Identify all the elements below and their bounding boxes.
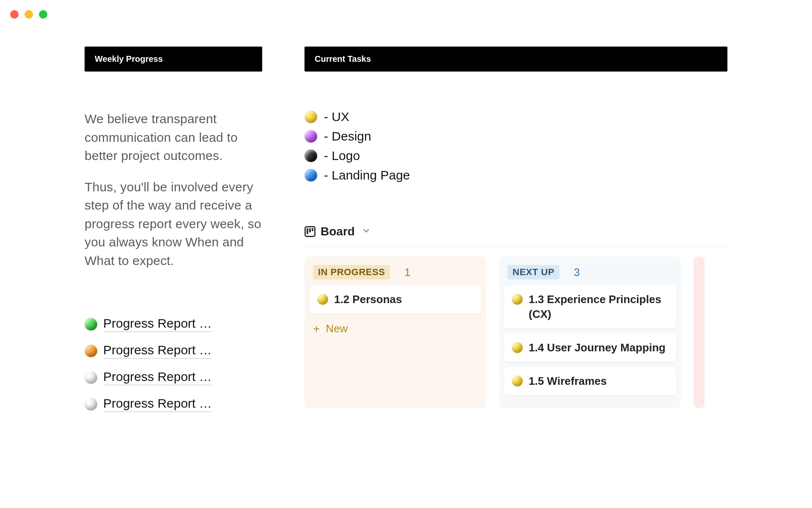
card-title: 1.2 Personas [334,292,402,307]
legend-item: - Logo [304,149,727,163]
legend-item: - Landing Page [304,168,727,182]
task-card[interactable]: 1.4 User Journey Mapping [504,334,676,362]
board-view-selector[interactable]: Board [304,225,727,246]
status-ball-icon [85,371,97,384]
list-item[interactable]: Progress Report … [85,370,262,385]
card-title: 1.3 Experience Principles (CX) [529,292,668,322]
card-ball-icon [317,294,328,305]
close-icon[interactable] [10,10,19,19]
task-card[interactable]: 1.5 Wireframes [504,367,676,395]
report-label: Progress Report … [103,396,212,412]
card-ball-icon [512,375,523,387]
current-tasks-header: Current Tasks [304,47,727,72]
column-tag: IN PROGRESS [313,265,390,279]
column-tag: NEXT UP [508,265,560,279]
column-count: 3 [574,266,580,279]
card-title: 1.5 Wireframes [529,374,607,389]
intro-paragraph-1: We believe transparent communication can… [85,110,262,165]
status-ball-icon [85,398,97,411]
report-label: Progress Report … [103,316,212,332]
legend-item: - UX [304,110,727,124]
board-view-label: Board [321,225,355,238]
column-count: 1 [404,266,410,279]
weekly-progress-header: Weekly Progress [85,47,262,72]
report-label: Progress Report … [103,343,212,359]
legend-item: - Design [304,129,727,144]
card-ball-icon [512,342,523,353]
column-header: NEXT UP 3 [504,262,676,285]
kanban-column-peek [694,257,705,408]
intro-text: We believe transparent communication can… [85,110,262,270]
kanban-column-in-progress: IN PROGRESS 1 1.2 Personas + New [304,257,486,408]
zoom-icon[interactable] [39,10,47,19]
list-item[interactable]: Progress Report … [85,343,262,359]
legend-ball-icon [304,169,317,182]
legend-ball-icon [304,110,317,123]
legend-label: - UX [324,110,349,124]
kanban-column-next-up: NEXT UP 3 1.3 Experience Principles (CX)… [499,257,681,408]
status-ball-icon [85,345,97,357]
task-card[interactable]: 1.3 Experience Principles (CX) [504,285,676,329]
legend-label: - Design [324,129,371,144]
new-card-button[interactable]: + New [310,319,481,339]
list-item[interactable]: Progress Report … [85,316,262,332]
minimize-icon[interactable] [25,10,33,19]
card-ball-icon [512,294,523,305]
task-legend: - UX - Design - Logo - Landing Page [304,110,727,182]
new-card-label: New [326,322,348,335]
progress-reports-list: Progress Report … Progress Report … Prog… [85,316,262,412]
status-ball-icon [85,318,97,331]
kanban-board: IN PROGRESS 1 1.2 Personas + New NEXT UP… [304,257,727,408]
column-header: IN PROGRESS 1 [310,262,481,285]
intro-paragraph-2: Thus, you'll be involved every step of t… [85,178,262,270]
task-card[interactable]: 1.2 Personas [310,285,481,314]
window-traffic-lights [10,10,47,19]
legend-ball-icon [304,130,317,143]
legend-ball-icon [304,149,317,162]
list-item[interactable]: Progress Report … [85,396,262,412]
legend-label: - Landing Page [324,168,410,182]
chevron-down-icon [362,226,371,237]
card-title: 1.4 User Journey Mapping [529,340,666,355]
plus-icon: + [313,323,320,335]
report-label: Progress Report … [103,370,212,385]
board-icon [304,226,315,237]
legend-label: - Logo [324,149,360,163]
